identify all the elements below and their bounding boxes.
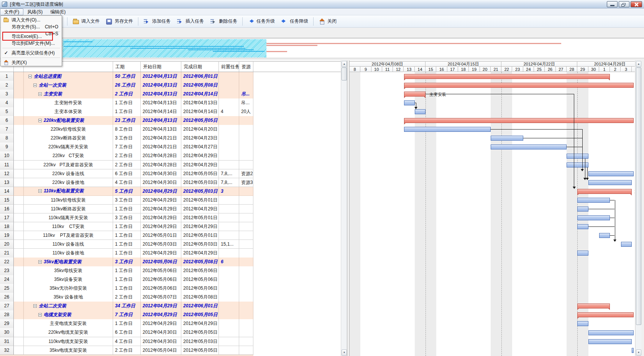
- gantt-bar-task[interactable]: [404, 100, 415, 105]
- panel-splitter[interactable]: [347, 61, 350, 356]
- table-row[interactable]: 2235kv配电装置安装3 工作日2012年05月06日2012年05月08日6: [0, 258, 253, 267]
- toolbar-button-调入文件[interactable]: 调入文件: [69, 17, 103, 26]
- menu-文件(F)[interactable]: 文件(F): [0, 8, 23, 15]
- table-row[interactable]: 6220kv配电装置安装23 工作日2012年04月13日2012年05月05日: [0, 116, 253, 125]
- table-row[interactable]: 2335kv母线安装1 工作日2012年05月06日2012年05月06日: [0, 266, 253, 276]
- toolbar-button-关闭[interactable]: 关闭: [315, 17, 340, 26]
- gantt-scrollbar[interactable]: ▲ ▼: [635, 61, 641, 356]
- gantt-bar-task[interactable]: [577, 251, 588, 256]
- collapse-icon[interactable]: [38, 189, 42, 193]
- toolbar-button-另存文件[interactable]: 另存文件: [103, 17, 136, 26]
- menu-item-另存文件(S)...[interactable]: 另存文件(S)...Ctrl+S: [1, 23, 62, 30]
- table-row[interactable]: 14110kv配电装置安装5 工作日2012年04月29日2012年05月03日…: [0, 187, 253, 196]
- scroll-down-icon[interactable]: ▼: [342, 349, 347, 356]
- toolbar-button-添加任务[interactable]: 添加任务: [140, 17, 174, 26]
- table-row[interactable]: 20110kv 设备连线1 工作日2012年05月03日2012年05月03日1…: [0, 240, 253, 249]
- toolbar-button-任务升级[interactable]: 任务升级: [245, 17, 278, 26]
- gantt-bar-summary[interactable]: [577, 189, 632, 194]
- table-row[interactable]: 30220kv电缆支架安装6 工作日2012年04月30日2012年05月05日: [0, 328, 253, 337]
- gantt-bar-task[interactable]: [567, 154, 588, 159]
- gantt-bar-task[interactable]: [588, 180, 632, 185]
- table-row[interactable]: 21110kv 设备接地1 工作日2012年04月29日2012年04月29日: [0, 249, 253, 258]
- column-header-pred[interactable]: 前置任务: [219, 62, 239, 72]
- table-row[interactable]: 3235kv电缆支架安装2 工作日2012年05月04日2012年05月05日: [0, 346, 253, 355]
- collapse-icon[interactable]: [38, 92, 42, 96]
- gantt-bar-task[interactable]: [577, 198, 610, 203]
- table-row[interactable]: 10220kv CT安装2 工作日2012年04月28日2012年04月29日: [0, 151, 253, 161]
- menu-编辑(E)[interactable]: 编辑(E): [46, 9, 69, 16]
- table-row[interactable]: 5主变本体安装1 工作日2012年04月14日2012年04月14日420人: [0, 107, 253, 116]
- gantt-bar-task[interactable]: [577, 207, 588, 212]
- gantt-bar-summary[interactable]: [577, 304, 610, 308]
- table-row[interactable]: 16110kv断路器安装1 工作日2012年04月29日2012年04月29日: [0, 205, 253, 214]
- gantt-bar-task[interactable]: [577, 321, 588, 326]
- menu-item-高亮显示父级任务(H)[interactable]: ✓高亮显示父级任务(H): [1, 49, 62, 56]
- table-scrollbar[interactable]: ▲ ▼: [341, 61, 347, 356]
- gantt-bar-task[interactable]: [588, 339, 632, 344]
- gantt-bar-summary[interactable]: [404, 74, 610, 79]
- gantt-bar-summary[interactable]: [577, 312, 634, 317]
- collapse-icon[interactable]: [28, 75, 32, 78]
- table-row[interactable]: 7220kv软母线安装8 工作日2012年04月13日2012年04月20日: [0, 125, 253, 134]
- table-row[interactable]: 31110kv电缆支架安装4 工作日2012年04月30日2012年05月03日: [0, 337, 253, 346]
- toolbar-button-删除任务[interactable]: 删除任务: [207, 17, 240, 26]
- gantt-bar-task[interactable]: [632, 348, 634, 353]
- table-row[interactable]: 11220kv PT及避雷器安装2 工作日2012年04月28日2012年04月…: [0, 161, 253, 170]
- gantt-bar-task[interactable]: [491, 144, 567, 149]
- table-row[interactable]: 19110kv PT及避雷器安装1 工作日2012年05月01日2012年05月…: [0, 231, 253, 240]
- column-header-duration[interactable]: 工期: [113, 62, 141, 72]
- table-row[interactable]: 12220kv 设备连线6 工作日2012年04月30日2012年05月05日7…: [0, 169, 253, 179]
- menu-item-关闭(X)[interactable]: 关闭(X): [1, 59, 62, 66]
- gantt-bar-task[interactable]: [415, 109, 426, 114]
- toolbar-button-插入任务[interactable]: 插入任务: [174, 17, 207, 26]
- table-row[interactable]: 2635kv 设备接地2 工作日2012年05月07日2012年05月08日: [0, 293, 253, 302]
- minimize-button[interactable]: [607, 1, 618, 7]
- table-row[interactable]: 8220kv断路器安装3 工作日2012年04月21日2012年04月23日: [0, 134, 253, 143]
- column-header-end[interactable]: 完成日期: [181, 62, 219, 72]
- table-row[interactable]: 27全站二次安装34 工作日2012年04月29日2012年06月01日: [0, 302, 253, 311]
- table-scrollbar-thumb[interactable]: [342, 67, 347, 80]
- gantt-bar-summary[interactable]: [404, 92, 426, 97]
- scroll-up-icon[interactable]: ▲: [636, 61, 641, 67]
- gantt-bar-task[interactable]: [599, 233, 610, 238]
- gantt-bar-task[interactable]: [588, 330, 634, 335]
- gantt-bar-task[interactable]: [491, 136, 523, 141]
- toolbar-button-任务降级[interactable]: 任务降级: [278, 17, 311, 26]
- close-button[interactable]: [631, 1, 642, 7]
- table-row[interactable]: 13220kv 设备接地4 工作日2012年04月30日2012年05月03日7…: [0, 178, 253, 187]
- table-row[interactable]: 2535kv无功补偿安装1 工作日2012年05月06日2012年05月06日: [0, 284, 253, 293]
- scroll-down-icon[interactable]: ▼: [636, 349, 641, 356]
- scroll-up-icon[interactable]: ▲: [342, 61, 347, 67]
- table-row[interactable]: 3主变安装2 工作日2012年04月13日2012年04月14日吊...: [0, 90, 253, 99]
- gantt-bar-summary[interactable]: [404, 118, 634, 123]
- table-row[interactable]: 28电缆支架安装7 工作日2012年04月29日2012年05月05日: [0, 310, 253, 320]
- menu-item-调入文件(O)...[interactable]: 调入文件(O)...Ctrl+O: [1, 16, 62, 23]
- collapse-icon[interactable]: [33, 304, 37, 308]
- gantt-scrollbar-thumb[interactable]: [636, 67, 641, 325]
- collapse-icon[interactable]: [33, 84, 37, 87]
- table-row[interactable]: 15110kv软母线安装3 工作日2012年04月29日2012年05月01日: [0, 196, 253, 205]
- table-row[interactable]: 9220kv隔离开关安装7 工作日2012年04月21日2012年04月27日: [0, 143, 253, 152]
- gantt-bar-task[interactable]: [577, 215, 610, 220]
- column-header-start[interactable]: 开始日期: [141, 62, 181, 72]
- gantt-bar-task[interactable]: [621, 242, 632, 247]
- table-row[interactable]: 2全站一次安装26 工作日2012年04月13日2012年05月08日: [0, 81, 253, 90]
- gantt-bar-task[interactable]: [404, 127, 491, 132]
- gantt-bar-task[interactable]: [577, 224, 588, 229]
- overview-task-line: [130, 48, 245, 49]
- table-row[interactable]: 18110kv CT安装1 工作日2012年04月29日2012年04月29日: [0, 222, 253, 231]
- menu-item-导出到EMF文件(M)...[interactable]: 导出到EMF文件(M)...: [1, 40, 62, 47]
- collapse-icon[interactable]: [38, 313, 42, 317]
- table-row[interactable]: 1全站总进度图50 工作日2012年04月13日2012年06月01日: [0, 72, 253, 81]
- restore-button[interactable]: [619, 1, 629, 7]
- gantt-bar-task[interactable]: [588, 171, 634, 176]
- collapse-icon[interactable]: [38, 260, 42, 264]
- gantt-bar-summary[interactable]: [404, 83, 634, 88]
- menu-风络(S)[interactable]: 风络(S): [23, 9, 46, 16]
- table-row[interactable]: 17110kv隔离开关安装3 工作日2012年04月29日2012年05月01日: [0, 213, 253, 223]
- column-header-res[interactable]: 资源: [239, 62, 253, 72]
- table-row[interactable]: 2435kv设备安装1 工作日2012年05月06日2012年05月06日: [0, 275, 253, 284]
- table-row[interactable]: 29主变电缆支架安装1 工作日2012年04月29日2012年04月29日: [0, 319, 253, 328]
- collapse-icon[interactable]: [38, 119, 42, 122]
- table-row[interactable]: 4主变附件安装1 工作日2012年04月13日2012年04月13日吊...: [0, 98, 253, 108]
